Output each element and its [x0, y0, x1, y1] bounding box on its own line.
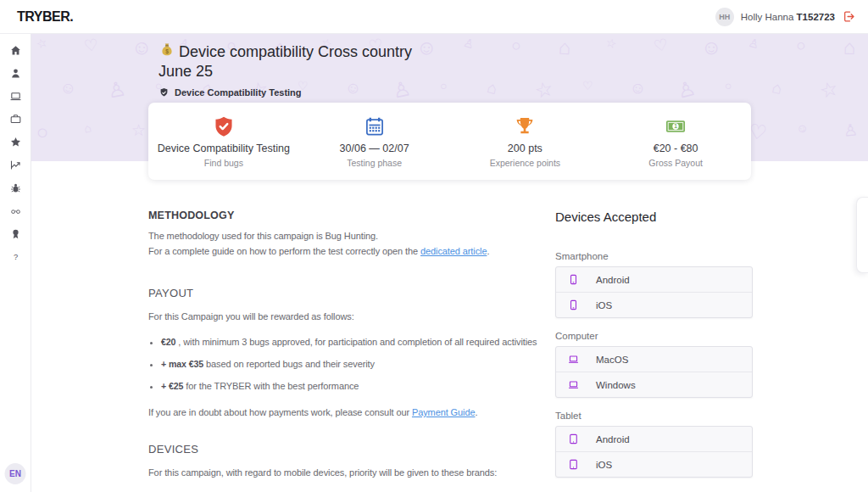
calendar-icon — [299, 115, 450, 138]
payout-bullet: €20 , with minimum 3 bugs approved, for … — [161, 335, 555, 349]
methodology-line2: For a complete guide on how to perform t… — [148, 246, 420, 256]
campaign-details: METHODOLOGY The methodology used for thi… — [148, 210, 555, 492]
tablet-icon — [568, 459, 579, 470]
methodology-text: The methodology used for this campaign i… — [148, 229, 555, 260]
sidebar-item-medal[interactable] — [4, 222, 26, 245]
doodle-glyph: ♡ — [582, 80, 593, 92]
sidebar-item-wallet[interactable] — [4, 108, 26, 131]
user-area: HH Holly Hanna T152723 — [715, 8, 856, 26]
doodle-glyph: ♡ — [652, 36, 669, 55]
summary-value: 30/06 — 02/07 — [299, 143, 450, 154]
device-group-label: Smartphone — [555, 251, 753, 261]
devices-accepted-panel: Devices Accepted SmartphoneAndroidiOSCom… — [555, 210, 753, 492]
payment-guide-link[interactable]: Payment Guide — [412, 407, 476, 417]
user-full-name: Holly Hanna — [741, 12, 797, 22]
device-os-label: Android — [596, 275, 630, 285]
devices-heading: DEVICES — [148, 443, 555, 456]
laptop-sm-icon — [568, 354, 579, 365]
summary-label: Find bugs — [148, 158, 299, 168]
payout-outro-period: . — [475, 407, 477, 417]
dedicated-article-link[interactable]: dedicated article — [420, 246, 487, 256]
sidebar-item-laptop[interactable] — [4, 85, 26, 108]
doodle-glyph: ⌂ — [558, 37, 571, 59]
svg-text:$: $ — [165, 48, 169, 55]
smartphone-icon — [568, 299, 579, 310]
sidebar-item-user[interactable] — [4, 62, 26, 85]
doodle-glyph: ⌂ — [771, 79, 783, 97]
device-row: Android — [556, 427, 752, 451]
laptop-sm-icon — [568, 379, 579, 390]
sidebar-item-star[interactable] — [4, 131, 26, 154]
sidebar-item-bug[interactable] — [4, 176, 26, 199]
content: METHODOLOGY The methodology used for thi… — [31, 180, 868, 492]
device-list-computer: MacOSWindows — [555, 346, 753, 398]
payout-outro-text: If you are in doubt about how payments w… — [148, 407, 412, 417]
device-row: Android — [556, 267, 752, 292]
summary-item-trophy: 200 ptsExperience points — [450, 115, 601, 168]
device-row: iOS — [556, 451, 752, 477]
summary-label: Testing phase — [299, 158, 450, 168]
doodle-glyph: ○ — [34, 121, 51, 144]
doodle-glyph: ☺ — [794, 120, 810, 136]
avatar: HH — [715, 8, 734, 26]
title-wrap: $Device compatibility Cross country June… — [159, 42, 412, 98]
tablet-icon — [568, 433, 579, 444]
tryber-logo[interactable]: TRYBER. — [17, 9, 73, 25]
device-group-label: Computer — [555, 331, 753, 341]
doodle-glyph: ☆ — [604, 36, 618, 51]
svg-text:1: 1 — [674, 123, 677, 129]
summary-value: Device Compatibility Testing — [148, 143, 299, 154]
doodle-glyph: ○ — [794, 36, 807, 54]
doodle-glyph: ♙ — [843, 121, 859, 138]
payout-section: PAYOUT For this Campaign you will be rew… — [148, 287, 555, 421]
device-group-label: Tablet — [555, 411, 753, 421]
shield-check-icon — [159, 87, 170, 98]
doodle-glyph: ⌂ — [486, 79, 499, 97]
logout-icon[interactable] — [842, 9, 856, 24]
doodle-glyph: ♙ — [106, 78, 127, 101]
summary-value: 200 pts — [450, 143, 601, 154]
sidebar-item-trend[interactable] — [4, 154, 26, 176]
doodle-glyph: ⌂ — [843, 37, 856, 58]
device-os-label: Android — [596, 434, 630, 444]
svg-text:?: ? — [13, 253, 17, 261]
devices-accepted-heading: Devices Accepted — [555, 210, 753, 224]
methodology-line1: The methodology used for this campaign i… — [148, 229, 555, 244]
banknote-icon: 1 — [600, 115, 751, 138]
title-line1: Device compatibility Cross country — [179, 43, 412, 60]
doodle-glyph: ○ — [725, 80, 732, 92]
topbar: TRYBER. HH Holly Hanna T152723 — [0, 0, 868, 34]
badge-label: Device Compatibility Testing — [175, 87, 302, 98]
device-list-tablet: AndroidiOS — [555, 426, 753, 478]
sidebar-item-glasses[interactable] — [4, 199, 26, 222]
payout-heading: PAYOUT — [148, 287, 555, 299]
language-badge[interactable]: EN — [5, 463, 26, 484]
sidebar-item-home[interactable] — [4, 39, 26, 62]
doodle-glyph: ☆ — [817, 78, 840, 103]
devices-section: DEVICES For this campaign, with regard t… — [148, 443, 555, 492]
user-id: T152723 — [797, 12, 835, 22]
sidebar-item-help[interactable]: ? — [4, 245, 26, 268]
floating-side-tab[interactable] — [856, 197, 868, 273]
methodology-heading: METHODOLOGY — [148, 210, 555, 221]
payout-bullet: + max €35 based on reported bugs and the… — [161, 357, 555, 372]
summary-label: Gross Payout — [600, 158, 751, 168]
summary-item-calendar: 30/06 — 02/07Testing phase — [299, 115, 450, 168]
device-os-label: MacOS — [596, 355, 628, 365]
summary-item-banknote: 1€20 - €80Gross Payout — [600, 115, 751, 168]
methodology-section: METHODOLOGY The methodology used for thi… — [148, 210, 555, 260]
trophy-icon — [450, 115, 601, 138]
doodle-glyph: ♙ — [462, 36, 476, 50]
campaign-type-badge: Device Compatibility Testing — [159, 87, 412, 98]
doodle-glyph: ⌂ — [83, 121, 92, 135]
summary-label: Experience points — [450, 158, 601, 168]
summary-item-shield-check: Device Compatibility TestingFind bugs — [148, 115, 299, 168]
device-row: iOS — [556, 292, 752, 317]
sidebar: ?EN — [0, 34, 31, 492]
doodle-glyph: ♡ — [83, 36, 99, 54]
doodle-glyph: ☺ — [131, 36, 153, 59]
doodle-glyph: ☺ — [58, 78, 79, 98]
user-name: Holly Hanna T152723 — [741, 12, 835, 22]
device-os-label: iOS — [596, 460, 612, 470]
device-row: Windows — [556, 372, 752, 397]
